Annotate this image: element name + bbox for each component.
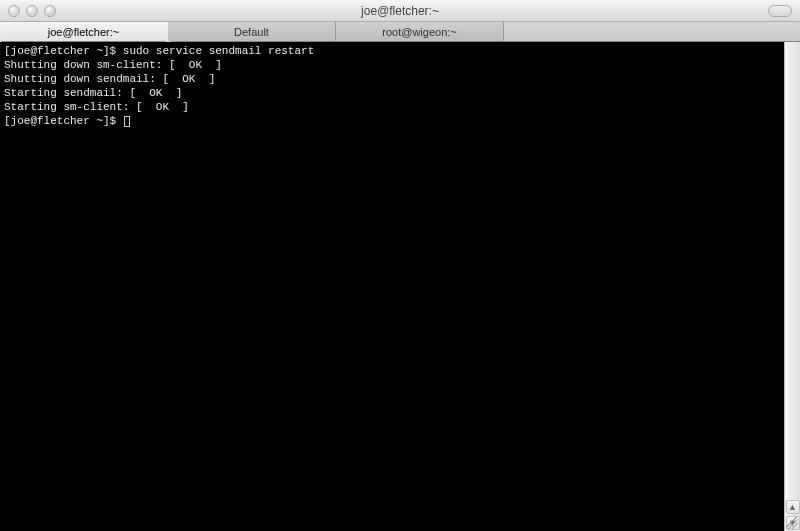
- scroll-track[interactable]: [785, 42, 800, 499]
- close-button[interactable]: [8, 5, 20, 17]
- terminal-area: [joe@fletcher ~]$ sudo service sendmail …: [0, 42, 800, 531]
- tab-label: root@wigeon:~: [382, 26, 456, 38]
- traffic-lights: [0, 5, 56, 17]
- window-title: joe@fletcher:~: [361, 4, 439, 18]
- resize-grip[interactable]: [786, 517, 798, 529]
- chevron-up-icon: ▲: [788, 502, 797, 512]
- scroll-up-arrow[interactable]: ▲: [786, 500, 800, 514]
- tab-default[interactable]: Default: [168, 22, 336, 41]
- cursor: [124, 116, 130, 127]
- titlebar-pill-button[interactable]: [768, 5, 792, 17]
- tab-joe-fletcher[interactable]: joe@fletcher:~: [0, 22, 168, 41]
- terminal-window: joe@fletcher:~ joe@fletcher:~ Default ro…: [0, 0, 800, 531]
- tab-label: joe@fletcher:~: [48, 26, 119, 38]
- scrollbar[interactable]: ▲ ▼: [784, 42, 800, 531]
- tab-label: Default: [234, 26, 269, 38]
- zoom-button[interactable]: [44, 5, 56, 17]
- titlebar[interactable]: joe@fletcher:~: [0, 0, 800, 22]
- tab-bar: joe@fletcher:~ Default root@wigeon:~: [0, 22, 800, 42]
- terminal-output[interactable]: [joe@fletcher ~]$ sudo service sendmail …: [0, 42, 784, 531]
- tab-root-wigeon[interactable]: root@wigeon:~: [336, 22, 504, 41]
- minimize-button[interactable]: [26, 5, 38, 17]
